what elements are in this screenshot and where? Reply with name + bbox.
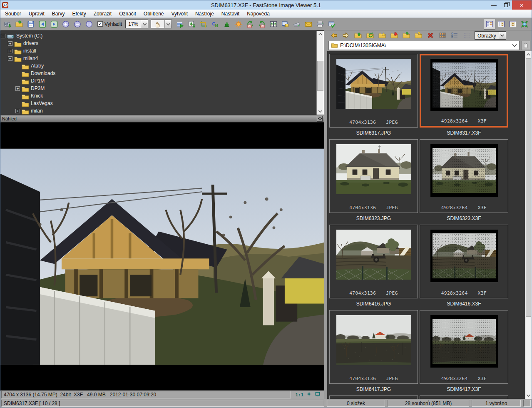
save-button[interactable] <box>25 19 37 30</box>
thumbnails-scrollbar[interactable] <box>525 51 532 399</box>
menu-item-vytvorit[interactable]: Vytvořit <box>168 10 192 18</box>
menu-item-oblibene[interactable]: Oblíbené <box>140 10 168 18</box>
menu-item-napoveda[interactable]: Nápověda <box>243 10 273 18</box>
previous-image-button[interactable] <box>37 19 48 30</box>
actual-size-indicator[interactable]: 1:1 <box>296 392 304 398</box>
tree-item-systemc[interactable]: −System (C:) <box>1 32 316 40</box>
camera-download-button[interactable] <box>2 19 13 30</box>
move-to-folder-button[interactable] <box>400 31 412 40</box>
thumbnail-cell-sdim6416x3f[interactable]: 4928x3264X3F <box>420 225 508 298</box>
print-button[interactable] <box>314 19 326 30</box>
menu-item-nastavit[interactable]: Nastavit <box>218 10 243 18</box>
tree-item-lasvegas[interactable]: LasVegas <box>1 100 316 107</box>
thumbnail-cell-partial[interactable] <box>329 395 418 399</box>
expand-toggle[interactable]: + <box>8 41 12 46</box>
tree-item-downloads[interactable]: Downloads <box>1 70 316 77</box>
chevron-down-icon[interactable] <box>499 32 506 39</box>
tree-item-milan[interactable]: +milan <box>1 107 316 115</box>
next-image-button[interactable] <box>48 19 60 30</box>
view-list-button[interactable] <box>461 31 472 40</box>
tree-scrollbar[interactable] <box>316 31 324 115</box>
preview-pane[interactable] <box>0 123 324 390</box>
adjust-lighting-button[interactable] <box>233 19 244 30</box>
tree-item-knick[interactable]: Knick <box>1 92 316 100</box>
layout-browser-button[interactable] <box>484 19 495 30</box>
chevron-down-icon[interactable] <box>141 20 148 28</box>
tree-item-install[interactable]: +install <box>1 47 316 55</box>
menu-item-upravit[interactable]: Upravit <box>25 10 48 18</box>
scroll-up-icon[interactable] <box>525 51 532 58</box>
menu-item-soubor[interactable]: Soubor <box>1 10 25 18</box>
expand-toggle[interactable]: + <box>8 49 12 53</box>
restore-button[interactable] <box>500 0 512 10</box>
address-input[interactable]: F:\DCIM\130SIGMA\ <box>328 41 520 50</box>
back-button[interactable] <box>328 31 339 40</box>
tree-item-atatry[interactable]: Atatry <box>1 62 316 70</box>
batch-convert-button[interactable]: CB <box>209 19 221 30</box>
menu-item-efekty[interactable]: Efekty <box>68 10 89 18</box>
expand-toggle[interactable]: + <box>15 109 20 113</box>
thumbnail-cell-sdim6317jpg[interactable]: 4704x3136JPEG <box>329 54 418 128</box>
minimize-button[interactable]: — <box>488 0 500 10</box>
copy-to-folder-button[interactable] <box>413 31 424 40</box>
compare-images-button[interactable] <box>268 19 279 30</box>
thumbnail-cell-sdim6416jpg[interactable]: 4704x3136JPEG <box>329 225 418 298</box>
thumbnail-cell-partial[interactable] <box>420 395 508 399</box>
thumbnail-cell-sdim6417x3f[interactable]: 4928x3264X3F <box>420 310 508 384</box>
actual-size-button[interactable]: 1:1 <box>83 19 95 30</box>
clone-stamp-button[interactable] <box>221 19 233 30</box>
zoom-level-select[interactable]: 17% <box>125 20 148 28</box>
scroll-down-icon[interactable] <box>317 108 324 115</box>
menu-item-oznacit[interactable]: Označit <box>115 10 140 18</box>
zoom-out-button[interactable] <box>72 19 83 30</box>
file-filter-select[interactable]: Obrázky <box>475 31 506 40</box>
folder-new-button[interactable] <box>388 31 400 40</box>
view-details-button[interactable] <box>449 31 460 40</box>
open-folder-button[interactable] <box>13 19 25 30</box>
menu-item-zobrazit[interactable]: Zobrazit <box>90 10 115 18</box>
menu-item-barvy[interactable]: Barvy <box>48 10 69 18</box>
layout-full-button[interactable] <box>507 19 519 30</box>
slideshow-button[interactable] <box>174 19 186 30</box>
rotate-right-90-button[interactable]: 90 <box>256 19 268 30</box>
folder-refresh-button[interactable] <box>364 31 375 40</box>
screen-capture-button[interactable] <box>326 19 338 30</box>
tree-item-milan4[interactable]: −milan4 <box>1 55 316 62</box>
view-thumbnails-button[interactable] <box>437 31 448 40</box>
layout-viewer-button[interactable] <box>495 19 507 30</box>
scroll-down-icon[interactable] <box>525 392 532 399</box>
tree-scroll-thumb[interactable] <box>317 61 323 91</box>
thumbnails-scroll-thumb[interactable] <box>526 58 531 317</box>
fullscreen-button[interactable] <box>519 19 530 30</box>
crop-button[interactable] <box>198 19 209 30</box>
tree-item-drivers[interactable]: +drivers <box>1 40 316 47</box>
folder-favorites-button[interactable] <box>376 31 388 40</box>
collapse-toggle[interactable]: − <box>8 56 12 61</box>
thumbnail-cell-sdim6323jpg[interactable]: 4704x3136JPEG <box>329 139 418 213</box>
expand-toggle[interactable]: + <box>15 86 20 91</box>
pan-selector-icon[interactable] <box>306 391 312 398</box>
collapse-toggle[interactable]: − <box>1 34 5 38</box>
close-button[interactable]: × <box>512 0 532 10</box>
detach-preview-button[interactable] <box>317 116 323 122</box>
thumbnail-cell-sdim6417jpg[interactable]: 4704x3136JPEG <box>329 310 418 384</box>
menu-item-nastroje[interactable]: Nástroje <box>191 10 218 18</box>
zoom-in-button[interactable] <box>60 19 72 30</box>
thumbnail-cell-sdim6323x3f[interactable]: 4928x3264X3F <box>420 139 508 213</box>
scroll-up-icon[interactable] <box>317 31 324 38</box>
hand-tool-select[interactable] <box>151 20 172 28</box>
panel-divider[interactable] <box>324 30 327 399</box>
fit-window-icon[interactable] <box>315 391 321 398</box>
image-resize-button[interactable] <box>186 19 198 30</box>
copy-path-button[interactable] <box>521 41 530 50</box>
address-dropdown-icon[interactable] <box>512 43 517 48</box>
thumbnail-cell-sdim6317x3f[interactable]: 4928x3264X3F <box>420 54 508 128</box>
delete-button[interactable] <box>425 31 436 40</box>
email-button[interactable] <box>303 19 314 30</box>
smooth-checkbox[interactable]: ✓ <box>97 21 103 27</box>
external-program-button[interactable] <box>279 19 291 30</box>
forward-button[interactable] <box>340 31 351 40</box>
rotate-left-90-button[interactable]: 90 <box>244 19 256 30</box>
chevron-down-icon[interactable] <box>164 20 172 28</box>
tree-item-dp1m[interactable]: DP1M <box>1 77 316 85</box>
